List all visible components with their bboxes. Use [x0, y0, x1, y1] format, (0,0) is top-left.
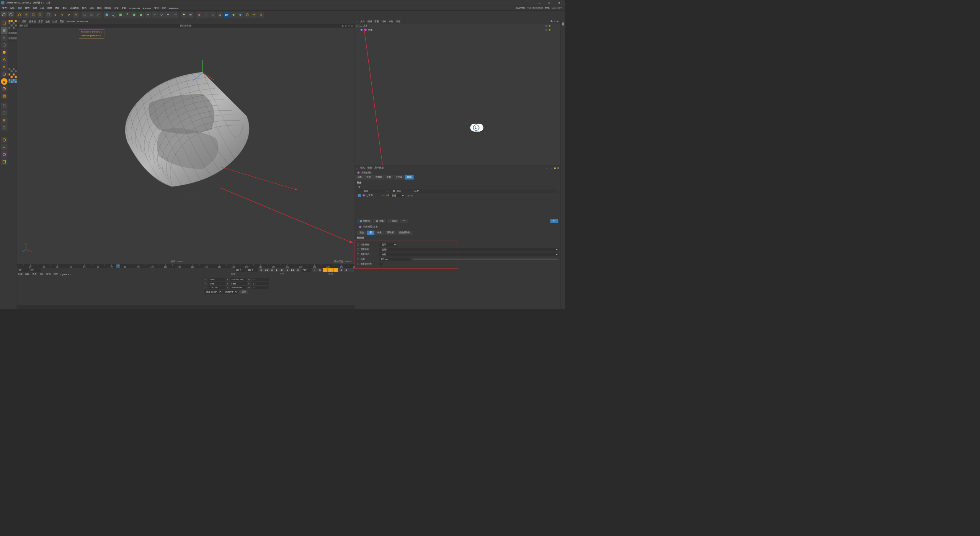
model-mode-button[interactable]	[1, 27, 7, 34]
menu-tracker[interactable]: 跟踪器	[103, 7, 113, 10]
goto-end-button[interactable]: ⏭	[296, 268, 301, 272]
current-frame-input[interactable]	[302, 268, 311, 272]
tree-item-sphere[interactable]: 球体	[355, 28, 560, 32]
cur-end-input[interactable]	[235, 268, 246, 272]
search-field-button[interactable]: 🔍	[550, 219, 558, 223]
environment-button[interactable]	[138, 12, 144, 18]
clip-radio[interactable]	[357, 263, 359, 265]
menu-realflow[interactable]: RealFlow	[168, 7, 180, 9]
axis-select[interactable]: 沿着Y	[379, 248, 559, 252]
cur-start-input[interactable]	[29, 268, 41, 272]
render-settings-button[interactable]	[95, 12, 101, 18]
tree-item-text[interactable]: ⊟ 文本	[355, 24, 560, 28]
autokey-button[interactable]: ◉	[317, 268, 322, 272]
menu-select[interactable]: 选择	[31, 7, 39, 10]
plugin2-button[interactable]	[237, 12, 243, 18]
close-button[interactable]: ✕	[554, 0, 564, 6]
key-param-button[interactable]: ◆	[339, 268, 344, 272]
snap-o-button[interactable]	[1, 71, 7, 77]
prev-key-button[interactable]: ◀◀	[264, 268, 269, 272]
menu-volume[interactable]: 体积	[61, 7, 69, 10]
pos-z-input[interactable]	[208, 286, 225, 289]
dist-radio[interactable]	[357, 258, 359, 260]
target-icon[interactable]	[244, 12, 250, 18]
timeline-ruler[interactable]: 74 0102030405060708090100110120130140150…	[17, 264, 355, 268]
generator2-button[interactable]	[124, 12, 131, 18]
tab-effector[interactable]: 效果器	[373, 175, 384, 180]
undo-button[interactable]	[1, 12, 7, 18]
light-button[interactable]	[158, 12, 165, 18]
shape-select[interactable]: 遮罩	[379, 243, 397, 247]
tab-basic[interactable]: 基本	[355, 175, 364, 180]
mat-material[interactable]: 材质	[46, 273, 51, 276]
ime-badge[interactable]: 英	[470, 124, 483, 132]
deformer-button[interactable]	[131, 12, 137, 18]
vp-pan-icon[interactable]: ✥	[345, 25, 347, 27]
key-pos-button[interactable]: ◆	[323, 268, 328, 272]
extra-toolbar-button[interactable]	[400, 219, 408, 223]
obj-tags[interactable]: 标签	[389, 20, 393, 23]
menu-mograph[interactable]: 运动图形	[69, 7, 80, 10]
snap-s2-button[interactable]: S	[1, 78, 7, 85]
menu-create[interactable]: 创建	[16, 7, 24, 10]
spline-button[interactable]	[111, 12, 117, 18]
obj-objects[interactable]: 对象	[382, 20, 386, 23]
key-opts-button[interactable]: ⋯	[349, 268, 354, 272]
blend-mode-select[interactable]: 普通	[390, 194, 405, 197]
polygon-mode-button[interactable]	[1, 117, 7, 124]
menu-mesh[interactable]: 网格	[46, 7, 54, 10]
key-pla-button[interactable]: ◆	[344, 268, 349, 272]
attr-up-icon[interactable]: ↑	[549, 167, 550, 169]
field-button[interactable]	[145, 12, 151, 18]
vtab-filter[interactable]: 过滤	[52, 20, 57, 23]
right-dock-strip[interactable]: 对象 内容浏览器 属性 层	[560, 19, 565, 309]
extra4-button[interactable]	[217, 12, 223, 18]
menu-animate[interactable]: 动画	[88, 7, 95, 10]
render-picture-button[interactable]	[88, 12, 95, 18]
ltab-object[interactable]: 对象	[374, 231, 384, 235]
play-back-button[interactable]: ▶	[274, 268, 279, 272]
vtab-view[interactable]: 查看	[22, 20, 27, 23]
vtab-camera[interactable]: 摄像机	[29, 20, 36, 23]
attr-back-icon[interactable]: ←	[546, 167, 548, 169]
palette-grid[interactable]	[8, 19, 17, 309]
axis-x-button[interactable]: X	[52, 12, 59, 18]
field-row[interactable]: ✓ 文本 普通 100 %	[357, 193, 558, 198]
attr-edit[interactable]: 编辑	[368, 166, 372, 169]
plugin1-button[interactable]	[230, 12, 237, 18]
menu-character[interactable]: 角色	[80, 7, 88, 10]
ltab-layer[interactable]: 层	[367, 231, 374, 235]
mat-cycles[interactable]: Cycles 4D	[60, 273, 70, 276]
menu-window[interactable]: 窗口	[153, 7, 160, 10]
menu-simulate[interactable]: 模拟	[95, 7, 103, 10]
menu-help[interactable]: 帮助	[160, 7, 168, 10]
edge-mode-button[interactable]	[1, 110, 7, 116]
tab-falloff[interactable]: 衰减	[405, 175, 414, 180]
tweak-button[interactable]	[1, 85, 7, 92]
extra5-button[interactable]	[258, 12, 264, 18]
make-editable-button[interactable]	[1, 20, 7, 26]
menu-extensions[interactable]: 扩展	[120, 7, 128, 10]
ltab-blend[interactable]: 混合	[357, 231, 367, 235]
attr-lock-icon[interactable]: 🔒	[554, 167, 556, 169]
vtab-prorender[interactable]: ProRender	[77, 20, 88, 23]
texture-mode-button[interactable]	[1, 34, 7, 41]
next-frame-button[interactable]: ▶	[285, 268, 290, 272]
mograph-button[interactable]	[172, 12, 178, 18]
object-mode-button[interactable]	[1, 49, 7, 56]
range-start-input[interactable]	[18, 268, 29, 272]
camera-icon[interactable]	[188, 12, 194, 18]
solid-button[interactable]: 实体	[373, 219, 386, 223]
obj-view[interactable]: 查看	[374, 20, 379, 23]
mat-view[interactable]: 查看	[32, 273, 37, 276]
tab-coord[interactable]: 坐标	[364, 175, 373, 180]
attr-mode[interactable]: 模式	[360, 166, 365, 169]
obj-filter-icon[interactable]: ▽	[554, 20, 556, 23]
uv-mode-button[interactable]	[1, 124, 7, 131]
obj-bookmarks[interactable]: 书签	[396, 20, 400, 23]
ltab-remap[interactable]: 重映射	[384, 231, 397, 235]
minimize-button[interactable]: —	[535, 0, 544, 6]
layout-value[interactable]: 启动 (用户)	[552, 7, 563, 10]
generator-button[interactable]	[118, 12, 124, 18]
select-tool[interactable]	[16, 12, 23, 18]
